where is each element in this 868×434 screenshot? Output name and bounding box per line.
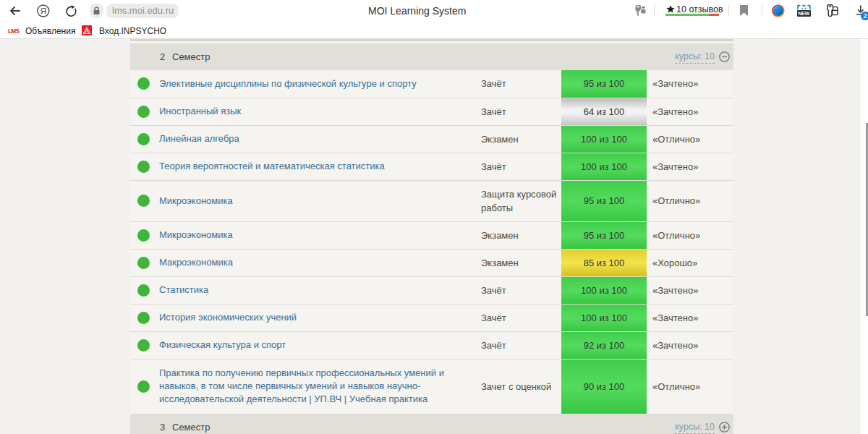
svg-text:Я: Я [41, 7, 46, 15]
